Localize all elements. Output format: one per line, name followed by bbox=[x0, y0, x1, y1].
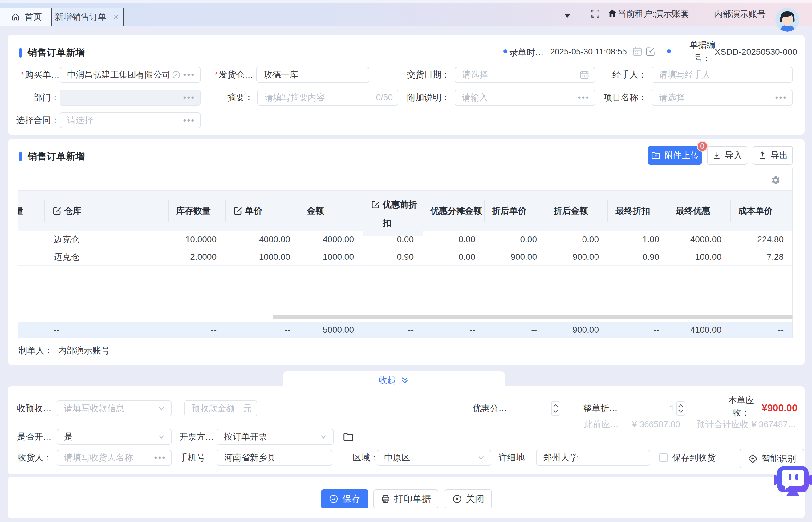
order-discount-value[interactable]: 1 bbox=[649, 400, 674, 417]
phone-value[interactable] bbox=[224, 453, 327, 463]
advance-amount-input[interactable]: 元 bbox=[184, 400, 257, 417]
contract-more-icon[interactable]: ••• bbox=[183, 116, 195, 125]
handler-value[interactable] bbox=[659, 70, 787, 80]
contract-value[interactable] bbox=[67, 116, 181, 125]
col-header-11[interactable]: 成本单价 bbox=[731, 190, 793, 231]
discount-share-label: 优惠分… bbox=[472, 400, 513, 417]
buyer-more-icon[interactable]: ••• bbox=[183, 71, 195, 79]
col-header-5[interactable]: 优惠前折扣 bbox=[363, 190, 423, 236]
tab-order[interactable]: 新增销售订单 bbox=[52, 8, 123, 26]
import-button[interactable]: 导入 bbox=[707, 146, 747, 165]
cell: 224.80 bbox=[731, 231, 793, 248]
project-more-icon[interactable]: ••• bbox=[775, 93, 787, 102]
cell: 0.90 bbox=[608, 248, 669, 265]
order-discount-stepper[interactable] bbox=[676, 401, 685, 416]
table-body: 迈克仓10.00004000.004000.000.000.000.000.00… bbox=[18, 231, 792, 266]
ai-assistant-robot[interactable] bbox=[774, 465, 812, 497]
phone-input[interactable] bbox=[216, 450, 332, 466]
summary-label: 摘要： bbox=[206, 89, 253, 105]
save-button[interactable]: 保存 bbox=[321, 489, 368, 508]
clear-icon[interactable] bbox=[172, 70, 181, 79]
column-settings-gear-icon[interactable] bbox=[771, 175, 780, 185]
department-more-icon[interactable]: ••• bbox=[183, 93, 195, 102]
folder-icon[interactable] bbox=[343, 431, 354, 443]
warehouse-label: *发货仓… bbox=[206, 67, 253, 83]
cell: 迈克仓 bbox=[45, 248, 169, 265]
col-header-4[interactable]: 金额 bbox=[299, 190, 363, 231]
buyer-value[interactable] bbox=[67, 70, 170, 80]
summary-input[interactable]: 0/50 bbox=[257, 89, 398, 105]
previous-due-label: 此前应… bbox=[584, 418, 624, 430]
extra-note-more-icon[interactable]: ••• bbox=[578, 93, 589, 102]
buyer-input[interactable]: ••• bbox=[60, 67, 200, 83]
warehouse-input[interactable] bbox=[256, 67, 369, 83]
col-header-7[interactable]: 折后单价 bbox=[485, 190, 546, 231]
print-button[interactable]: 打印单据 bbox=[373, 489, 438, 508]
region-select[interactable]: 中原区 bbox=[377, 450, 491, 466]
top-tab-bar: 首页 新增销售订单 当前租户:演示账套 内部演示账号 bbox=[0, 0, 812, 26]
col-header-9[interactable]: 最终折扣 bbox=[608, 190, 669, 231]
col-header-6[interactable]: 优惠分摊金额 bbox=[423, 190, 485, 231]
title-accent-bar bbox=[19, 152, 22, 161]
summary-cell: -- bbox=[485, 322, 546, 338]
user-name[interactable]: 内部演示账号 bbox=[714, 8, 766, 20]
address-value[interactable] bbox=[543, 453, 645, 463]
invoice-method-select[interactable]: 按订单开票 bbox=[216, 429, 334, 445]
upload-icon bbox=[758, 151, 767, 160]
warehouse-value[interactable] bbox=[264, 70, 364, 80]
cell: 10.0000 bbox=[169, 231, 226, 248]
cell: 0.00 bbox=[546, 231, 608, 248]
tab-home[interactable]: 首页 bbox=[0, 8, 51, 26]
col-header-2[interactable]: 库存数量 bbox=[169, 190, 226, 231]
col-header-1[interactable]: 仓库 bbox=[45, 190, 169, 231]
close-button[interactable]: 关闭 bbox=[445, 489, 492, 508]
calendar-icon bbox=[579, 69, 589, 80]
project-label: 项目名称： bbox=[601, 89, 647, 105]
summary-cell: -- bbox=[45, 322, 169, 338]
address-input[interactable] bbox=[536, 450, 650, 466]
horizontal-scrollbar[interactable] bbox=[273, 315, 793, 319]
record-time-calendar-icon[interactable] bbox=[632, 46, 643, 57]
col-header-8[interactable]: 折后金额 bbox=[546, 190, 608, 231]
settlement-card: 收预收… 请填写收款信息 元 优惠分… 整单折… 1 本单应收： ¥900.00… bbox=[8, 386, 805, 474]
col-header-3[interactable]: 单价 bbox=[226, 190, 299, 231]
contract-input[interactable]: ••• bbox=[60, 112, 200, 128]
fullscreen-icon[interactable] bbox=[591, 9, 600, 18]
project-input[interactable]: ••• bbox=[652, 89, 793, 105]
delivery-date-value[interactable] bbox=[462, 70, 576, 80]
cell: 0.00 bbox=[423, 248, 485, 265]
tab-close-icon[interactable] bbox=[112, 13, 120, 21]
record-time-edit-icon[interactable] bbox=[645, 46, 656, 57]
discount-share-stepper[interactable] bbox=[551, 401, 560, 416]
export-button[interactable]: 导出 bbox=[753, 146, 793, 165]
table-row-1[interactable]: 迈克仓2.00001000.001000.000.900.00900.00900… bbox=[18, 248, 792, 266]
receiver-more-icon[interactable]: ••• bbox=[154, 454, 166, 462]
handler-input[interactable] bbox=[652, 67, 793, 83]
department-input[interactable]: ••• bbox=[60, 89, 200, 105]
attachment-upload-button[interactable]: 附件上传 bbox=[648, 146, 702, 165]
summary-value[interactable] bbox=[265, 93, 373, 102]
extra-note-label: 附加说明： bbox=[404, 89, 450, 105]
doc-no-dot bbox=[667, 49, 671, 53]
advance-amount-value[interactable] bbox=[192, 403, 243, 413]
doc-no-value: XSDD-20250530-000 bbox=[715, 47, 797, 57]
invoice-select[interactable]: 是 bbox=[57, 429, 172, 445]
collapse-caret-icon[interactable] bbox=[564, 14, 571, 18]
col-header-0[interactable]: 量 bbox=[18, 190, 45, 231]
receiver-value[interactable] bbox=[64, 453, 152, 463]
summary-cell: -- bbox=[363, 322, 423, 338]
col-header-10[interactable]: 最终优惠 bbox=[669, 190, 731, 231]
tab-home-label: 首页 bbox=[25, 11, 42, 23]
extra-note-value[interactable] bbox=[462, 93, 576, 102]
receiver-input[interactable]: ••• bbox=[57, 450, 172, 466]
advance-select[interactable]: 请填写收款信息 bbox=[57, 400, 172, 417]
action-bar: 保存 打印单据 关闭 bbox=[8, 477, 805, 518]
project-value[interactable] bbox=[659, 93, 773, 102]
avatar[interactable] bbox=[775, 8, 799, 32]
tenant-home-icon[interactable] bbox=[607, 8, 617, 18]
save-to-receiver-checkbox[interactable] bbox=[659, 454, 668, 462]
table-toolbar bbox=[18, 168, 792, 190]
department-label: 部门： bbox=[11, 89, 59, 105]
extra-note-input[interactable]: ••• bbox=[455, 89, 595, 105]
delivery-date-input[interactable] bbox=[455, 67, 595, 83]
